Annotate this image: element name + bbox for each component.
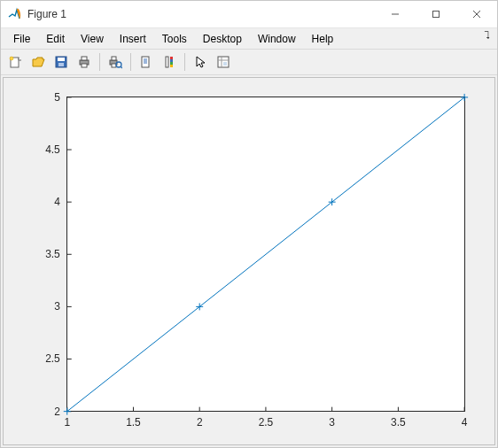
open-button[interactable] (27, 51, 49, 73)
window-title: Figure 1 (27, 8, 66, 20)
pointer-button[interactable] (190, 51, 211, 73)
svg-text:3.5: 3.5 (45, 248, 60, 260)
svg-text:4: 4 (462, 415, 468, 428)
svg-rect-11 (82, 64, 87, 67)
save-button[interactable] (51, 51, 72, 73)
svg-text:2.5: 2.5 (259, 415, 274, 428)
figure-window: Figure 1 File Edit View Insert Tools Des… (0, 0, 498, 448)
svg-text:5: 5 (54, 90, 60, 103)
axes[interactable]: 11.522.533.5422.533.544.55 (4, 78, 494, 445)
svg-rect-7 (58, 58, 65, 61)
menu-file[interactable]: File (6, 31, 37, 47)
axes-container[interactable]: 11.522.533.5422.533.544.55 (3, 77, 495, 446)
toolbar (1, 49, 497, 74)
svg-text:3.5: 3.5 (391, 415, 406, 428)
close-button[interactable] (456, 1, 497, 27)
svg-rect-17 (142, 57, 149, 67)
svg-text:2.5: 2.5 (45, 352, 60, 365)
new-figure-button[interactable] (4, 51, 26, 73)
matlab-icon (8, 7, 22, 21)
minimize-button[interactable] (375, 1, 416, 27)
svg-text:3: 3 (329, 415, 335, 428)
toolbar-separator (130, 53, 131, 71)
svg-line-16 (121, 66, 122, 68)
svg-rect-25 (170, 65, 173, 67)
insert-colorbar-button[interactable] (159, 51, 180, 73)
print-button[interactable] (74, 51, 95, 73)
menubar: File Edit View Insert Tools Desktop Wind… (1, 28, 497, 49)
svg-text:1.5: 1.5 (126, 415, 141, 428)
toolbar-separator (184, 53, 185, 71)
menu-tools[interactable]: Tools (155, 31, 194, 47)
menu-help[interactable]: Help (305, 31, 341, 47)
svg-rect-10 (82, 57, 87, 60)
maximize-button[interactable] (416, 1, 456, 27)
svg-text:4: 4 (54, 196, 60, 208)
svg-text:2: 2 (197, 415, 203, 428)
svg-rect-24 (170, 62, 173, 65)
svg-rect-22 (170, 57, 173, 59)
svg-rect-21 (166, 57, 168, 67)
menu-view[interactable]: View (74, 31, 111, 47)
svg-rect-8 (58, 63, 64, 66)
svg-rect-1 (433, 12, 440, 18)
svg-point-5 (10, 57, 13, 60)
svg-rect-29 (223, 62, 227, 66)
menu-window[interactable]: Window (251, 31, 303, 47)
svg-text:1: 1 (64, 415, 70, 428)
toolbar-separator (99, 53, 100, 71)
svg-text:2: 2 (54, 405, 60, 417)
menu-edit[interactable]: Edit (39, 31, 72, 47)
menu-overflow-icon[interactable]: ⮧ (483, 30, 492, 40)
plot-tools-button[interactable] (213, 51, 234, 73)
menu-desktop[interactable]: Desktop (196, 31, 249, 47)
svg-rect-23 (170, 59, 173, 62)
svg-rect-13 (112, 57, 116, 60)
titlebar: Figure 1 (1, 1, 497, 28)
data-cursor-button[interactable] (136, 51, 157, 73)
menu-insert[interactable]: Insert (113, 31, 153, 47)
print-preview-button[interactable] (105, 51, 126, 73)
svg-text:4.5: 4.5 (45, 143, 60, 156)
svg-text:3: 3 (54, 300, 60, 313)
svg-rect-14 (112, 64, 116, 67)
